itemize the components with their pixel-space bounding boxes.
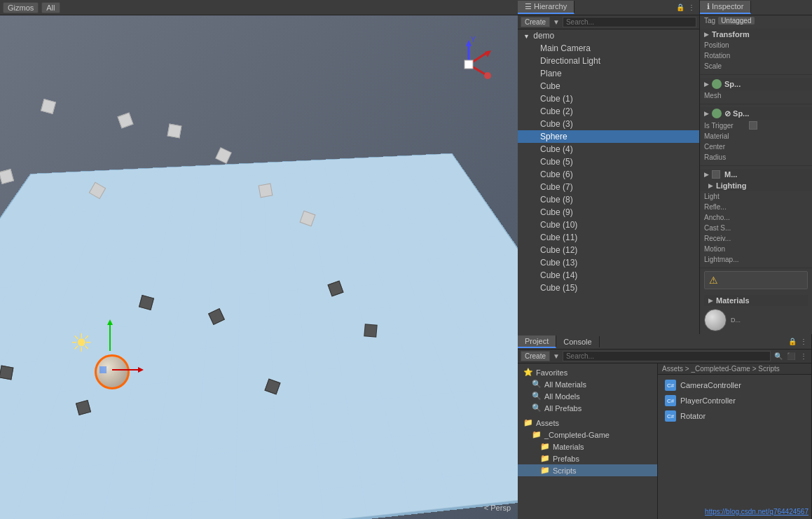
- motion-row: Motion: [700, 244, 812, 254]
- hierarchy-item-cube4[interactable]: Cube (4): [518, 143, 699, 155]
- hierarchy-list: ▼ demoMain CameraDirectional LightPlaneC…: [518, 29, 699, 334]
- hierarchy-item-cube2[interactable]: Cube (2): [518, 105, 699, 118]
- hierarchy-item-main-camera[interactable]: Main Camera: [518, 42, 699, 55]
- all-models-icon: 🔍: [532, 392, 542, 401]
- sphere-collider-header[interactable]: ▶ Sp...: [700, 78, 812, 90]
- hierarchy-item-directional-light[interactable]: Directional Light: [518, 55, 699, 67]
- tag-label: Tag: [704, 17, 715, 25]
- hierarchy-item-sphere[interactable]: Sphere: [518, 130, 699, 143]
- hierarchy-item-demo[interactable]: ▼ demo: [518, 29, 699, 42]
- materials-item[interactable]: 📁 Materials: [518, 441, 657, 452]
- script-icon: C#: [665, 380, 676, 391]
- breadcrumb-text: Assets > _Completed-Game > Scripts: [662, 365, 780, 373]
- scene-toolbar: Gizmos All: [0, 0, 518, 15]
- sphere-object[interactable]: [91, 351, 133, 393]
- all-materials-label: All Materials: [544, 380, 586, 389]
- all-prefabs-label: All Prefabs: [544, 404, 582, 413]
- project-sort-btn[interactable]: ⬛: [786, 352, 796, 361]
- hierarchy-panel-icons: 🔒 ⋮: [675, 3, 699, 13]
- hierarchy-item-cube13[interactable]: Cube (13): [518, 256, 699, 269]
- prefabs-item[interactable]: 📁 Prefabs: [518, 452, 657, 464]
- hierarchy-item-cube5[interactable]: Cube (5): [518, 155, 699, 168]
- svg-rect-4: [99, 366, 106, 373]
- watermark: https://blog.csdn.net/q764424567: [705, 508, 808, 515]
- hierarchy-menu-btn[interactable]: ⋮: [687, 3, 696, 13]
- hierarchy-lock-btn[interactable]: 🔒: [675, 3, 685, 13]
- project-panel-icons: 🔒 ⋮: [787, 337, 811, 347]
- mesh-renderer-header[interactable]: ▶ M...: [700, 169, 812, 180]
- project-panel: Project Console 🔒 ⋮ Create ▼ 🔍 ⬛ ⋮: [518, 334, 812, 519]
- transform-section-header[interactable]: ▶ Transform: [700, 29, 812, 40]
- mesh-renderer-enabled[interactable]: [712, 170, 720, 179]
- right-top: ☰ Hierarchy 🔒 ⋮ Create ▼ ▼ demoMain Came…: [518, 0, 812, 334]
- scale-row: Scale: [700, 61, 812, 71]
- tag-value[interactable]: Untagged: [718, 17, 754, 25]
- file-item-playercontroller[interactable]: C#PlayerController: [661, 393, 808, 408]
- inspector-tab[interactable]: ℹ Inspector: [700, 1, 751, 14]
- all-materials-item[interactable]: 🔍 All Materials: [518, 378, 657, 390]
- project-lock-btn[interactable]: 🔒: [787, 337, 797, 347]
- hierarchy-item-cube1[interactable]: Cube (1): [518, 92, 699, 105]
- hierarchy-item-cube14[interactable]: Cube (14): [518, 269, 699, 282]
- project-more-btn[interactable]: ⋮: [799, 352, 808, 361]
- hierarchy-create-btn[interactable]: Create: [521, 17, 550, 27]
- all-prefabs-item[interactable]: 🔍 All Prefabs: [518, 402, 657, 414]
- hierarchy-item-cube11[interactable]: Cube (11): [518, 231, 699, 244]
- gizmos-button[interactable]: Gizmos: [3, 2, 39, 13]
- hierarchy-item-cube7[interactable]: Cube (7): [518, 181, 699, 193]
- hierarchy-item-cube6[interactable]: Cube (6): [518, 168, 699, 181]
- materials-arrow: ▶: [708, 297, 713, 304]
- favorites-header[interactable]: ⭐ Favorites: [518, 366, 657, 378]
- hierarchy-item-cube[interactable]: Cube: [518, 80, 699, 92]
- receive-label: Receiv...: [704, 235, 746, 242]
- materials-title: Materials: [716, 296, 750, 305]
- project-search-btn[interactable]: 🔍: [773, 352, 783, 361]
- scene-cube: [259, 184, 273, 198]
- scripts-item[interactable]: 📁 Scripts: [518, 464, 657, 476]
- material-item: D...: [704, 309, 808, 331]
- hierarchy-search-input[interactable]: [563, 17, 696, 27]
- svg-text:Y: Y: [471, 36, 476, 43]
- hierarchy-toolbar: Create ▼: [518, 15, 699, 29]
- transform-section: ▶ Transform Position Rotation Scale: [700, 26, 812, 75]
- materials-section: ▶ Materials D...: [700, 292, 812, 334]
- lighting-subsection[interactable]: ▶ Lighting: [700, 180, 812, 191]
- scripts-folder-icon: 📁: [540, 466, 550, 475]
- materials-header[interactable]: ▶ Materials: [704, 295, 808, 306]
- mesh-renderer-arrow: ▶: [704, 171, 709, 178]
- file-item-cameracontroller[interactable]: C#CameraController: [661, 378, 808, 393]
- assets-header[interactable]: 📁 Assets: [518, 417, 657, 429]
- completed-game-item[interactable]: 📁 _Completed-Game: [518, 429, 657, 441]
- sphere-collider-title: Sp...: [724, 80, 741, 88]
- project-create-btn[interactable]: Create: [521, 351, 550, 361]
- all-models-item[interactable]: 🔍 All Models: [518, 390, 657, 402]
- bottom-panels: Project Console 🔒 ⋮ Create ▼ 🔍 ⬛ ⋮: [518, 334, 812, 519]
- hierarchy-item-cube8[interactable]: Cube (8): [518, 193, 699, 206]
- hierarchy-item-cube10[interactable]: Cube (10): [518, 219, 699, 231]
- material-name: D...: [731, 317, 741, 324]
- radius-label: Radius: [704, 153, 746, 161]
- project-menu-btn[interactable]: ⋮: [799, 337, 808, 347]
- hierarchy-item-cube9[interactable]: Cube (9): [518, 206, 699, 219]
- hierarchy-item-plane[interactable]: Plane: [518, 67, 699, 80]
- x-axis-arrow: [112, 366, 147, 373]
- hierarchy-item-cube15[interactable]: Cube (15): [518, 282, 699, 294]
- breadcrumb-bar: Assets > _Completed-Game > Scripts: [658, 364, 811, 375]
- scripts-folder-label: Scripts: [553, 466, 577, 475]
- hierarchy-tab-bar: ☰ Hierarchy 🔒 ⋮: [518, 0, 699, 15]
- sphere-collider-section: ▶ Sp... Mesh: [700, 75, 812, 104]
- hierarchy-tab[interactable]: ☰ Hierarchy: [518, 1, 574, 14]
- scene-cube: [0, 169, 14, 184]
- project-tab[interactable]: Project: [518, 335, 556, 348]
- all-button[interactable]: All: [41, 2, 60, 13]
- file-item-rotator[interactable]: C#Rotator: [661, 408, 808, 424]
- hierarchy-item-cube12[interactable]: Cube (12): [518, 244, 699, 256]
- project-tree: ⭐ Favorites 🔍 All Materials 🔍 All Models: [518, 364, 658, 519]
- sphere-collider-detail-header[interactable]: ▶ ⊘ Sp...: [700, 107, 812, 120]
- hierarchy-item-cube3[interactable]: Cube (3): [518, 118, 699, 130]
- sc-detail-title: ⊘ Sp...: [724, 109, 749, 118]
- project-search-input[interactable]: [563, 351, 771, 361]
- console-tab[interactable]: Console: [556, 336, 599, 347]
- is-trigger-checkbox[interactable]: [749, 121, 757, 130]
- scene-cube: [167, 124, 182, 139]
